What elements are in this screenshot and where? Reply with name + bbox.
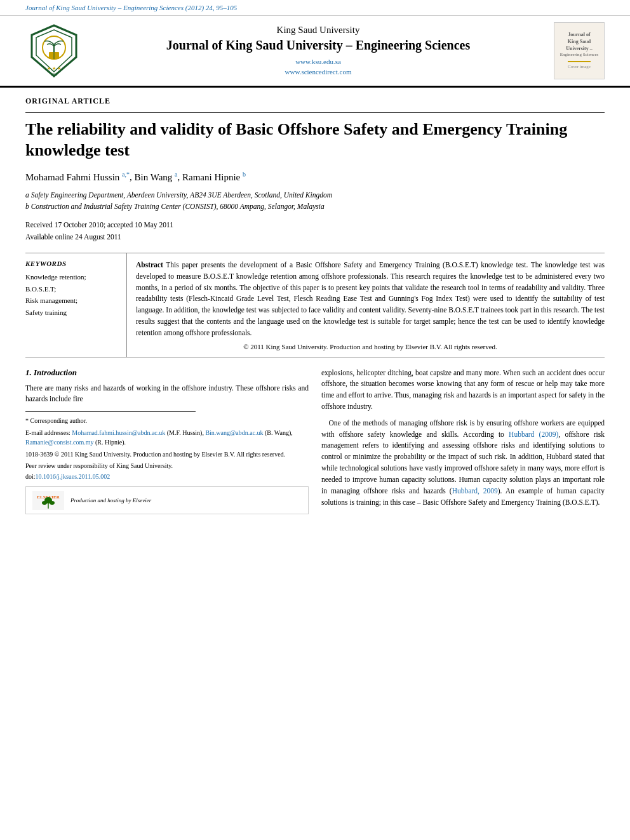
abstract-text: Abstract This paper presents the develop… bbox=[136, 260, 605, 339]
email3-name: (R. Hipnie). bbox=[95, 439, 126, 446]
email1-link[interactable]: Mohamad.fahmi.hussin@abdn.ac.uk bbox=[72, 429, 165, 436]
author1-affil: a,* bbox=[122, 171, 130, 178]
citation-bar: Journal of King Saud University – Engine… bbox=[0, 0, 630, 16]
affiliation-a: a Safety Engineering Department, Aberdee… bbox=[25, 189, 605, 201]
email-addresses: E-mail addresses: Mohamad.fahmi.hussin@a… bbox=[25, 428, 309, 448]
doi-link[interactable]: 10.1016/j.jksues.2011.05.002 bbox=[36, 473, 111, 480]
author2-affil: a bbox=[175, 171, 177, 178]
body-columns: 1. Introduction There are many risks and… bbox=[25, 368, 605, 514]
keywords-box: KEYWORDS Knowledge retention; B.O.S.E.T;… bbox=[25, 253, 127, 357]
available-date: Available online 24 August 2011 bbox=[25, 231, 605, 244]
svg-point-13 bbox=[50, 501, 55, 505]
email2-link[interactable]: Bin.wang@abdn.ac.uk bbox=[205, 429, 263, 436]
header-url1: www.ksu.edu.sa bbox=[89, 57, 547, 67]
doi-text: doi:10.1016/j.jksues.2011.05.002 bbox=[25, 473, 309, 480]
email1-name: (M.F. Hussin), bbox=[167, 429, 204, 436]
abstract-copyright: © 2011 King Saud University. Production … bbox=[136, 343, 605, 350]
elsevier-box: ELSEVIER Production and hosting by Elsev… bbox=[25, 486, 309, 514]
svg-text:★ ★ ★: ★ ★ ★ bbox=[47, 66, 61, 71]
header-university-name: King Saud University bbox=[89, 25, 547, 36]
hubbard-ref-1: Hubbard (2009) bbox=[509, 430, 558, 438]
citation-text: Journal of King Saud University – Engine… bbox=[25, 4, 237, 11]
abstract-label: Abstract bbox=[136, 261, 163, 269]
email3-link[interactable]: Ramanie@consist.com.my bbox=[25, 439, 94, 446]
intro-para1-right: explosions, helicopter ditching, boat ca… bbox=[321, 368, 605, 413]
header-urls: www.ksu.edu.sa www.sciencedirect.com bbox=[89, 57, 547, 77]
keyword-1: Knowledge retention; bbox=[25, 271, 120, 283]
author3-affil: b bbox=[243, 171, 246, 178]
right-column: explosions, helicopter ditching, boat ca… bbox=[321, 368, 605, 514]
issn-text: 1018-3639 © 2011 King Saud University. P… bbox=[25, 450, 309, 460]
affiliation-b: b Construction and Industrial Safety Tra… bbox=[25, 201, 605, 212]
received-date: Received 17 October 2010; accepted 10 Ma… bbox=[25, 219, 605, 232]
content-area: ORIGINAL ARTICLE The reliability and val… bbox=[0, 88, 630, 527]
journal-header: ★ ★ ★ ١٩٥٧ King Saud University Journal … bbox=[0, 16, 630, 88]
article-title: The reliability and validity of Basic Of… bbox=[25, 119, 605, 161]
keyword-3: Risk management; bbox=[25, 295, 120, 307]
elsevier-tagline: Production and hosting by Elsevier bbox=[70, 497, 151, 503]
footnote-divider bbox=[25, 411, 196, 412]
journal-cover-thumbnail: Journal of King Saud University – Engine… bbox=[554, 22, 605, 79]
peer-review-text: Peer review under responsibility of King… bbox=[25, 461, 309, 471]
svg-text:١٩٥٧: ١٩٥٧ bbox=[50, 72, 58, 76]
affiliations: a Safety Engineering Department, Aberdee… bbox=[25, 189, 605, 213]
section-type-label: ORIGINAL ARTICLE bbox=[25, 97, 605, 106]
header-journal-title: Journal of King Saud University – Engine… bbox=[89, 38, 547, 53]
email-label: E-mail addresses: bbox=[25, 429, 70, 436]
header-center: King Saud University Journal of King Sau… bbox=[89, 25, 547, 77]
intro-heading: 1. Introduction bbox=[25, 368, 309, 378]
author2: Bin Wang bbox=[135, 172, 173, 182]
hubbard-ref-2: Hubbard, 2009 bbox=[452, 487, 498, 495]
abstract-body: This paper presents the development of a… bbox=[136, 261, 605, 337]
keywords-title: KEYWORDS bbox=[25, 260, 120, 267]
intro-para1-left: There are many risks and hazards of work… bbox=[25, 383, 309, 406]
doi-label: doi: bbox=[25, 473, 36, 480]
abstract-box: Abstract This paper presents the develop… bbox=[127, 253, 605, 357]
email2-name: (B. Wang), bbox=[265, 429, 293, 436]
svg-point-12 bbox=[42, 501, 47, 505]
ksu-logo-left: ★ ★ ★ ١٩٥٧ bbox=[25, 22, 83, 79]
elsevier-logo: ELSEVIER bbox=[32, 491, 64, 510]
abstract-keywords-section: KEYWORDS Knowledge retention; B.O.S.E.T;… bbox=[25, 253, 605, 357]
author1: Mohamad Fahmi Hussin bbox=[25, 172, 119, 182]
keyword-4: Safety training bbox=[25, 307, 120, 319]
keyword-2: B.O.S.E.T; bbox=[25, 283, 120, 295]
header-url2: www.sciencedirect.com bbox=[89, 67, 547, 77]
author3: Ramani Hipnie bbox=[182, 172, 240, 182]
article-dates: Received 17 October 2010; accepted 10 Ma… bbox=[25, 219, 605, 244]
left-column: 1. Introduction There are many risks and… bbox=[25, 368, 309, 514]
corresponding-author-note: * Corresponding author. bbox=[25, 416, 309, 426]
intro-para2: One of the methods of managing offshore … bbox=[321, 418, 605, 509]
authors-line: Mohamad Fahmi Hussin a,*, Bin Wang a, Ra… bbox=[25, 171, 605, 183]
page-container: Journal of King Saud University – Engine… bbox=[0, 0, 630, 840]
